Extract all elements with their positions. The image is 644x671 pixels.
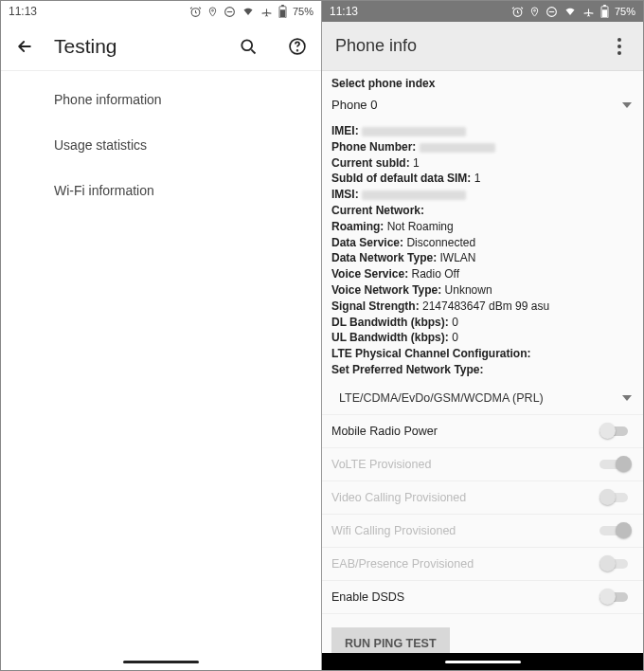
toggle-switch-mobile-radio-power[interactable]: [599, 423, 632, 440]
svg-point-8: [297, 49, 298, 50]
svg-point-1: [212, 9, 214, 11]
help-icon[interactable]: [287, 36, 308, 57]
status-time: 11:13: [330, 5, 358, 18]
list-item-usage-statistics[interactable]: Usage statistics: [1, 122, 321, 168]
phone-index-value: Phone 0: [331, 98, 377, 112]
svg-rect-14: [602, 9, 607, 17]
airplane-icon: [582, 6, 595, 18]
svg-point-6: [242, 40, 252, 50]
toggle-row-eab-presence-provisioned: EAB/Presence Provisioned: [322, 547, 643, 580]
phone-index-spinner[interactable]: Phone 0: [322, 93, 643, 121]
page-title: Testing: [54, 35, 219, 58]
svg-rect-4: [281, 5, 284, 7]
toggle-label: Wifi Calling Provisioned: [331, 524, 456, 537]
battery-icon: [278, 5, 287, 18]
dnd-icon: [546, 6, 558, 18]
toggle-switch-eab-presence-provisioned: [599, 555, 632, 572]
chevron-down-icon: [622, 102, 632, 108]
toggle-row-wifi-calling-provisioned: Wifi Calling Provisioned: [322, 514, 643, 547]
page-title: Phone info: [335, 36, 609, 56]
navbar-left[interactable]: [1, 653, 321, 670]
list-item-wifi-information[interactable]: Wi-Fi information: [1, 168, 321, 213]
svg-rect-13: [603, 5, 606, 7]
navbar-right[interactable]: [322, 653, 643, 670]
network-type-value: LTE/CDMA/EvDo/GSM/WCDMA (PRL): [339, 391, 544, 405]
toggle-label: Video Calling Provisioned: [331, 491, 466, 504]
chevron-down-icon: [622, 395, 632, 401]
right-header: Phone info: [322, 22, 643, 71]
battery-percent: 75%: [615, 6, 635, 17]
wifi-icon: [242, 6, 255, 17]
status-time: 11:13: [9, 5, 37, 18]
right-body: Select phone index Phone 0 IMEI: Phone N…: [322, 71, 643, 670]
network-type-spinner[interactable]: LTE/CDMA/EvDo/GSM/WCDMA (PRL): [322, 384, 643, 414]
alarm-icon: [189, 6, 202, 18]
toggle-switch-video-calling-provisioned: [599, 489, 632, 506]
phone-number-redacted: [420, 143, 495, 153]
left-list: Phone information Usage statistics Wi-Fi…: [1, 71, 321, 219]
toggle-switch-wifi-calling-provisioned: [599, 522, 632, 539]
left-header: Testing: [1, 22, 321, 71]
svg-rect-5: [280, 9, 285, 17]
toggle-label: VoLTE Provisioned: [331, 458, 431, 471]
overflow-icon[interactable]: [609, 36, 630, 57]
airplane-icon: [260, 6, 273, 18]
status-icons: 75%: [511, 5, 635, 18]
toggle-label: EAB/Presence Provisioned: [331, 557, 474, 571]
back-icon[interactable]: [14, 36, 35, 57]
statusbar-left: 11:13 75%: [1, 1, 321, 22]
toggle-switch-enable-dsds[interactable]: [599, 589, 632, 606]
list-item-phone-information[interactable]: Phone information: [1, 77, 321, 122]
toggle-label: Enable DSDS: [331, 590, 404, 604]
battery-icon: [600, 5, 609, 18]
location-icon: [207, 6, 218, 18]
location-icon: [529, 6, 540, 18]
battery-percent: 75%: [293, 6, 313, 17]
toggle-row-enable-dsds: Enable DSDS: [322, 580, 643, 613]
toggle-row-video-calling-provisioned: Video Calling Provisioned: [322, 481, 643, 514]
alarm-icon: [511, 6, 524, 18]
imei-value-redacted: [362, 127, 466, 136]
status-icons: 75%: [189, 5, 313, 18]
imsi-value-redacted: [362, 190, 466, 200]
svg-point-10: [534, 9, 536, 11]
toggle-switch-volte-provisioned: [599, 456, 632, 473]
search-icon[interactable]: [238, 36, 259, 57]
dnd-icon: [224, 6, 236, 18]
toggle-label: Mobile Radio Power: [331, 425, 438, 438]
toggle-row-mobile-radio-power: Mobile Radio Power: [322, 414, 643, 447]
wifi-icon: [564, 6, 577, 17]
statusbar-right: 11:13 75%: [322, 1, 643, 22]
phone-index-label: Select phone index: [322, 71, 643, 93]
info-block: IMEI: Phone Number: Current subId: 1 Sub…: [322, 121, 643, 384]
toggle-row-volte-provisioned: VoLTE Provisioned: [322, 447, 643, 481]
